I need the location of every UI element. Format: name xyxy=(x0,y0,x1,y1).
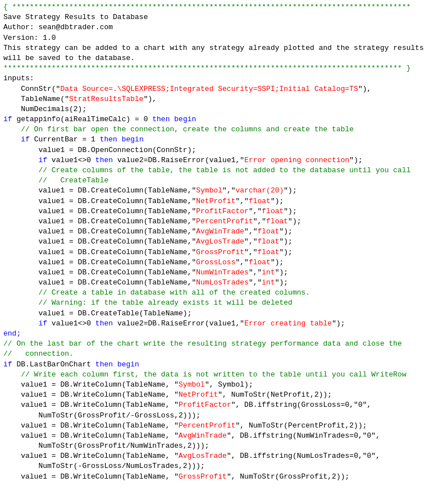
code-line: This strategy can be added to a chart wi… xyxy=(3,43,445,53)
code-line: value1 = DB.WriteColumn(TableName, "Perc… xyxy=(3,421,445,431)
code-line: // Create columns of the table, the tabl… xyxy=(3,166,445,176)
code-line: value1 = DB.WriteColumn(TableName, "Gros… xyxy=(3,472,445,482)
code-line: value1 = DB.CreateColumn(TableName,"Symb… xyxy=(3,186,445,196)
code-line: // Create a table in database with all o… xyxy=(3,288,445,298)
code-line: value1 = DB.WriteColumn(TableName, "NetP… xyxy=(3,390,445,400)
code-line: value1 = DB.CreateColumn(TableName,"NumL… xyxy=(3,278,445,288)
code-line: value1 = DB.CreateColumn(TableName,"NetP… xyxy=(3,196,445,206)
code-line: Version: 1.0 xyxy=(3,33,445,43)
code-line: value1 = DB.CreateColumn(TableName,"Prof… xyxy=(3,206,445,217)
code-line: // Warning: if the table already exists … xyxy=(3,298,445,308)
code-line: value1 = DB.OpenConnection(ConnStr); xyxy=(3,145,445,155)
code-line: value1 = DB.CreateColumn(TableName,"AvgW… xyxy=(3,227,445,237)
code-line: if value1<>0 then value2=DB.RaiseError(v… xyxy=(3,319,445,329)
code-line: value1 = DB.CreateColumn(TableName,"NumW… xyxy=(3,268,445,278)
code-line: value1 = DB.WriteColumn(TableName, "Prof… xyxy=(3,400,445,410)
code-line: ****************************************… xyxy=(3,63,445,74)
code-line: // CreateTable xyxy=(3,176,445,186)
code-line: value1 = DB.CreateTable(TableName); xyxy=(3,309,445,319)
code-line: if value1<>0 then value2=DB.RaiseError(v… xyxy=(3,155,445,166)
code-line: Save Strategy Results to Database xyxy=(3,12,445,22)
code-line: // connection. xyxy=(3,349,445,359)
code-line: value1 = DB.WriteColumn(TableName, "AvgL… xyxy=(3,451,445,461)
code-line: if DB.LastBarOnChart then begin xyxy=(3,360,445,370)
code-line: value1 = DB.WriteColumn(TableName, "AvgW… xyxy=(3,431,445,441)
code-line: will be saved to the database. xyxy=(3,53,445,63)
code-line: NumToStr(GrossProfit/NumWinTrades,2))); xyxy=(3,441,445,451)
code-line: if getappinfo(aiRealTimeCalc) = 0 then b… xyxy=(3,114,445,125)
code-line: ConnStr("Data Source=.\SQLEXPRESS;Integr… xyxy=(3,84,445,94)
code-line: NumDecimals(2); xyxy=(3,104,445,114)
code-line: inputs: xyxy=(3,74,445,84)
code-line: // On first bar open the connection, cre… xyxy=(3,125,445,135)
code-line: value1 = DB.CreateColumn(TableName,"Gros… xyxy=(3,258,445,268)
code-line: TableName("StratResultsTable"), xyxy=(3,94,445,104)
code-editor: { **************************************… xyxy=(0,0,448,496)
code-line: end; xyxy=(3,329,445,339)
code-line: { **************************************… xyxy=(3,2,445,12)
code-line: value1 = DB.CreateColumn(TableName,"Gros… xyxy=(3,247,445,258)
code-line: Author: sean@dbtrader.com xyxy=(3,22,445,33)
code-line: NumToStr(GrossProfit/-GrossLoss,2))); xyxy=(3,411,445,421)
code-line: if CurrentBar = 1 then begin xyxy=(3,135,445,145)
code-line: NumToStr(-GrossLoss/NumLosTrades,2))); xyxy=(3,461,445,471)
code-line: // Write each column first, the data is … xyxy=(3,370,445,380)
code-line: // On the last bar of the chart write th… xyxy=(3,339,445,349)
code-line: value1 = DB.CreateColumn(TableName,"AvgL… xyxy=(3,237,445,247)
code-line: value1 = DB.WriteColumn(TableName, "Symb… xyxy=(3,380,445,390)
code-line: value1 = DB.CreateColumn(TableName,"Perc… xyxy=(3,217,445,227)
